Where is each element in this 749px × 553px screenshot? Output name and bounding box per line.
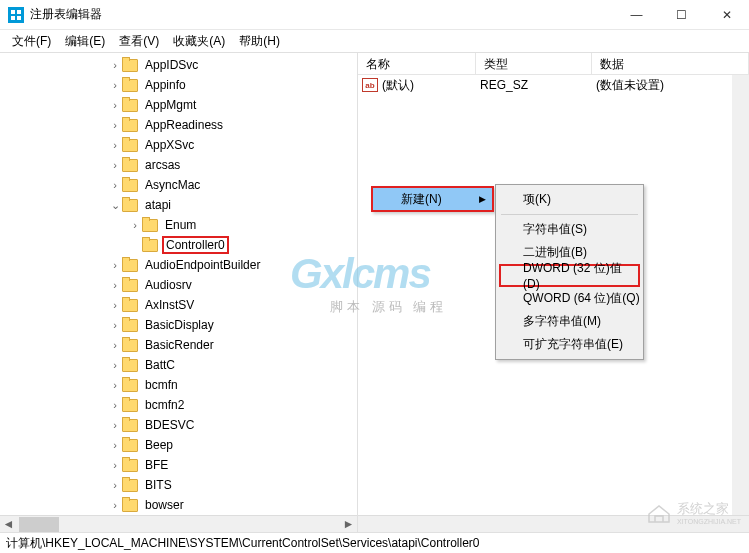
context-menu-new: 新建(N) ▶ [371,186,494,212]
tree-item[interactable]: ⌄atapi [0,195,357,215]
tree-item[interactable]: ›Enum [0,215,357,235]
close-button[interactable]: ✕ [704,0,749,30]
tree-item[interactable]: Controller0 [0,235,357,255]
minimize-button[interactable]: — [614,0,659,30]
expand-icon[interactable]: ⌄ [108,199,122,212]
menu-item-label: 新建(N) [401,191,442,208]
folder-icon [122,158,138,172]
maximize-button[interactable]: ☐ [659,0,704,30]
col-name[interactable]: 名称 [358,53,476,74]
folder-icon [122,358,138,372]
expand-icon[interactable]: › [108,59,122,71]
tree-item[interactable]: ›Appinfo [0,75,357,95]
menu-view[interactable]: 查看(V) [113,31,165,52]
svg-rect-3 [17,16,21,20]
expand-icon[interactable]: › [108,379,122,391]
folder-icon [142,218,158,232]
col-type[interactable]: 类型 [476,53,592,74]
tree-item-label: BITS [142,477,175,493]
menu-favorites[interactable]: 收藏夹(A) [167,31,231,52]
values-hscrollbar[interactable] [358,515,749,532]
expand-icon[interactable]: › [108,499,122,511]
folder-icon [122,438,138,452]
folder-icon [122,278,138,292]
menubar: 文件(F) 编辑(E) 查看(V) 收藏夹(A) 帮助(H) [0,30,749,52]
menu-edit[interactable]: 编辑(E) [59,31,111,52]
statusbar: 计算机\HKEY_LOCAL_MACHINE\SYSTEM\CurrentCon… [0,532,749,553]
tree-item[interactable]: ›bcmfn2 [0,395,357,415]
expand-icon[interactable]: › [108,179,122,191]
expand-icon[interactable]: › [108,279,122,291]
list-row[interactable]: ab (默认) REG_SZ (数值未设置) [358,75,749,95]
expand-icon[interactable]: › [108,399,122,411]
tree-item[interactable]: ›AppMgmt [0,95,357,115]
expand-icon[interactable]: › [108,339,122,351]
tree-item[interactable]: ›BasicRender [0,335,357,355]
tree-item[interactable]: ›AppXSvc [0,135,357,155]
tree-item-label: AppXSvc [142,137,197,153]
tree-item[interactable]: ›BDESVC [0,415,357,435]
tree-item[interactable]: ›AppReadiness [0,115,357,135]
scroll-thumb[interactable] [19,517,59,532]
folder-icon [122,318,138,332]
tree-item[interactable]: ›BITS [0,475,357,495]
expand-icon[interactable]: › [108,99,122,111]
expand-icon[interactable]: › [108,459,122,471]
menu-item-dword[interactable]: DWORD (32 位)值(D) [499,264,640,287]
expand-icon[interactable]: › [108,139,122,151]
col-data[interactable]: 数据 [592,53,749,74]
value-name: (默认) [382,77,476,94]
menu-item-expandstring[interactable]: 可扩充字符串值(E) [499,333,640,356]
expand-icon[interactable]: › [108,359,122,371]
expand-icon[interactable]: › [108,439,122,451]
tree-item[interactable]: ›AsyncMac [0,175,357,195]
tree-item[interactable]: ›BattC [0,355,357,375]
menu-item-key[interactable]: 项(K) [499,188,640,211]
expand-icon[interactable]: › [108,119,122,131]
tree-item[interactable]: ›Beep [0,435,357,455]
scroll-right-icon[interactable]: ► [340,516,357,533]
menu-help[interactable]: 帮助(H) [233,31,286,52]
tree-item-label: BasicRender [142,337,217,353]
menu-file[interactable]: 文件(F) [6,31,57,52]
tree-item[interactable]: ›bcmfn [0,375,357,395]
expand-icon[interactable]: › [108,79,122,91]
expand-icon[interactable]: › [108,259,122,271]
tree-item[interactable]: ›AxInstSV [0,295,357,315]
value-data: (数值未设置) [592,77,749,94]
tree-item[interactable]: ›AudioEndpointBuilder [0,255,357,275]
folder-icon [122,478,138,492]
svg-rect-1 [17,10,21,14]
registry-tree[interactable]: ›AppIDSvc›Appinfo›AppMgmt›AppReadiness›A… [0,53,357,515]
tree-item[interactable]: ›BasicDisplay [0,315,357,335]
menu-separator [501,214,638,215]
menu-item-qword[interactable]: QWORD (64 位)值(Q) [499,287,640,310]
menu-item-string[interactable]: 字符串值(S) [499,218,640,241]
tree-item[interactable]: ›AppIDSvc [0,55,357,75]
tree-item[interactable]: ›BFE [0,455,357,475]
expand-icon[interactable]: › [128,219,142,231]
expand-icon[interactable]: › [108,479,122,491]
folder-icon [122,458,138,472]
tree-item[interactable]: ›Audiosrv [0,275,357,295]
menu-item-multistring[interactable]: 多字符串值(M) [499,310,640,333]
expand-icon[interactable]: › [108,159,122,171]
menu-item-new[interactable]: 新建(N) ▶ [373,188,492,210]
expand-icon[interactable]: › [108,319,122,331]
tree-hscrollbar[interactable]: ◄ ► [0,515,357,532]
context-submenu: 项(K) 字符串值(S) 二进制值(B) DWORD (32 位)值(D) QW… [495,184,644,360]
tree-item-label: AxInstSV [142,297,197,313]
app-icon [8,7,24,23]
titlebar: 注册表编辑器 — ☐ ✕ [0,0,749,30]
scroll-left-icon[interactable]: ◄ [0,516,17,533]
tree-item[interactable]: ›bowser [0,495,357,515]
values-vscrollbar[interactable] [732,75,749,515]
folder-icon [142,238,158,252]
expand-icon[interactable]: › [108,419,122,431]
tree-item-label: Appinfo [142,77,189,93]
folder-icon [122,338,138,352]
tree-item-label: AudioEndpointBuilder [142,257,263,273]
expand-icon[interactable]: › [108,299,122,311]
tree-item[interactable]: ›arcsas [0,155,357,175]
folder-icon [122,118,138,132]
